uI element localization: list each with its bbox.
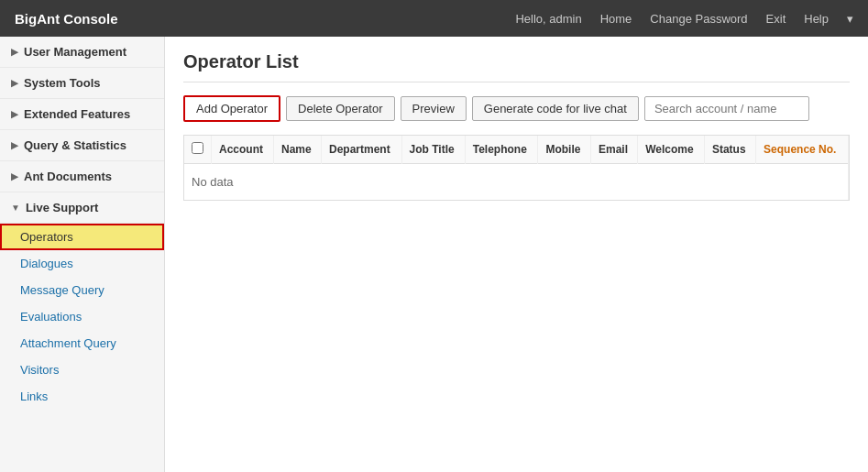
nav-help[interactable]: Help xyxy=(804,12,829,26)
chevron-right-icon: ▶ xyxy=(11,171,18,181)
operator-table: Account Name Department Job Title Teleph… xyxy=(183,135,850,201)
sidebar-item-system-tools[interactable]: ▶ System Tools xyxy=(0,68,164,99)
sidebar-sub-item-evaluations[interactable]: Evaluations xyxy=(0,303,164,330)
header-nav: Hello, admin Home Change Password Exit H… xyxy=(515,12,853,26)
sidebar-sub-label-attachment-query: Attachment Query xyxy=(20,336,116,350)
sidebar-label-ant-documents: Ant Documents xyxy=(24,170,112,183)
nav-home[interactable]: Home xyxy=(600,12,632,26)
generate-code-button[interactable]: Generate code for live chat xyxy=(472,96,639,121)
table-header-department: Department xyxy=(322,136,402,164)
sidebar-sub-item-visitors[interactable]: Visitors xyxy=(0,357,164,383)
sidebar-sub-label-links: Links xyxy=(20,390,48,403)
sidebar-sub-label-dialogues: Dialogues xyxy=(20,257,73,270)
table-header-name: Name xyxy=(274,136,322,164)
help-arrow-icon: ▾ xyxy=(847,12,853,26)
sidebar-item-extended-features[interactable]: ▶ Extended Features xyxy=(0,99,164,130)
sidebar-label-extended-features: Extended Features xyxy=(24,107,130,121)
table-header-account: Account xyxy=(212,136,274,164)
no-data-label: No data xyxy=(184,164,849,201)
nav-exit[interactable]: Exit xyxy=(766,12,786,26)
table-header-sequence-no: Sequence No. xyxy=(756,136,849,164)
sidebar-sub-item-links[interactable]: Links xyxy=(0,383,164,410)
delete-operator-button[interactable]: Delete Operator xyxy=(286,96,395,121)
sidebar-item-ant-documents[interactable]: ▶ Ant Documents xyxy=(0,161,164,192)
table-no-data-row: No data xyxy=(184,164,849,201)
chevron-right-icon: ▶ xyxy=(11,109,18,119)
sidebar: ▶ User Management ▶ System Tools ▶ Exten… xyxy=(0,37,165,472)
table-header-row: Account Name Department Job Title Teleph… xyxy=(184,136,849,164)
app-layout: ▶ User Management ▶ System Tools ▶ Exten… xyxy=(0,37,868,472)
sidebar-label-live-support: Live Support xyxy=(26,201,98,214)
sidebar-item-live-support[interactable]: ▼ Live Support xyxy=(0,192,164,224)
select-all-checkbox[interactable] xyxy=(192,142,203,154)
sidebar-sub-item-message-query[interactable]: Message Query xyxy=(0,277,164,303)
table-header-email: Email xyxy=(590,136,637,164)
chevron-down-icon: ▼ xyxy=(11,203,20,213)
header: BigAnt Console Hello, admin Home Change … xyxy=(0,0,868,37)
sidebar-sub-item-operators[interactable]: Operators xyxy=(0,224,164,250)
sidebar-item-user-management[interactable]: ▶ User Management xyxy=(0,37,164,68)
nav-change-password[interactable]: Change Password xyxy=(650,12,747,26)
sidebar-item-query-statistics[interactable]: ▶ Query & Statistics xyxy=(0,130,164,161)
main-content: Operator List Add Operator Delete Operat… xyxy=(165,37,868,472)
sidebar-label-system-tools: System Tools xyxy=(24,76,101,90)
chevron-right-icon: ▶ xyxy=(11,140,18,150)
sidebar-sub-label-operators: Operators xyxy=(20,230,73,244)
table-header-checkbox xyxy=(184,136,212,164)
sidebar-sub-item-attachment-query[interactable]: Attachment Query xyxy=(0,330,164,357)
greeting-text: Hello, admin xyxy=(515,12,581,26)
toolbar: Add Operator Delete Operator Preview Gen… xyxy=(183,95,850,122)
sidebar-label-user-management: User Management xyxy=(24,45,126,59)
table-header-telephone: Telephone xyxy=(465,136,538,164)
brand-title: BigAnt Console xyxy=(15,11,118,27)
sidebar-sub-label-visitors: Visitors xyxy=(20,363,59,377)
table-header-mobile: Mobile xyxy=(538,136,591,164)
sidebar-sub-label-evaluations: Evaluations xyxy=(20,310,82,324)
table-header-status: Status xyxy=(704,136,755,164)
chevron-right-icon: ▶ xyxy=(11,47,18,57)
table-header-job-title: Job Title xyxy=(401,136,465,164)
sidebar-sub-item-dialogues[interactable]: Dialogues xyxy=(0,250,164,277)
sidebar-sub-label-message-query: Message Query xyxy=(20,283,104,297)
chevron-right-icon: ▶ xyxy=(11,78,18,88)
search-input[interactable] xyxy=(644,96,809,121)
page-title: Operator List xyxy=(183,51,850,82)
add-operator-button[interactable]: Add Operator xyxy=(183,95,280,122)
preview-button[interactable]: Preview xyxy=(401,96,467,121)
sidebar-label-query-statistics: Query & Statistics xyxy=(24,138,126,152)
table-header-welcome: Welcome xyxy=(638,136,705,164)
